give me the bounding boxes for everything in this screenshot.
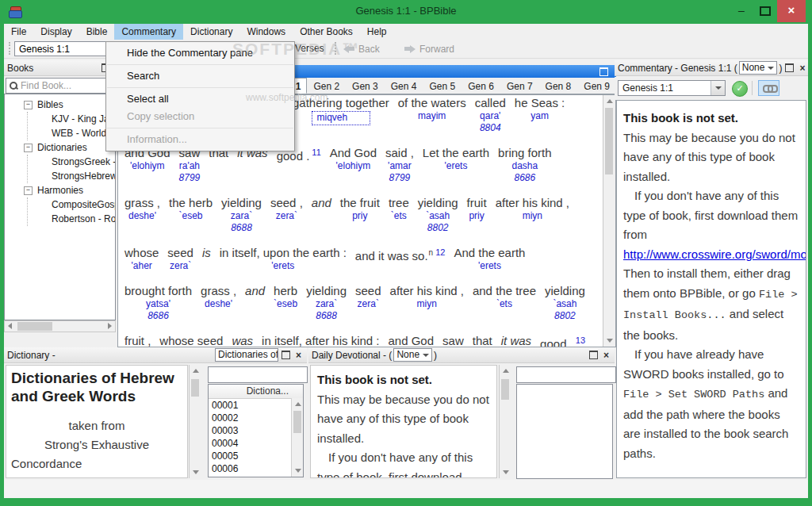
scroll-thumb[interactable] [191, 379, 199, 397]
bible-word-unit[interactable]: and the tree`ets [473, 283, 536, 310]
float-pane-icon[interactable] [282, 351, 290, 359]
bible-word-unit[interactable]: seed ,zera` [270, 195, 303, 222]
scroll-right-icon[interactable] [108, 323, 112, 329]
bible-word-unit[interactable]: yielding`asah8802 [545, 283, 585, 322]
find-book-input[interactable]: Find Book... [6, 78, 114, 94]
bible-word-unit[interactable]: the herb`eseb [169, 195, 213, 222]
tree-item[interactable]: CompositeGospe [28, 197, 115, 212]
strongs-number[interactable]: 8686 [515, 172, 536, 184]
tab-gen-7[interactable]: Gen 7 [500, 78, 539, 94]
menu-commentary[interactable]: Commentary [114, 24, 183, 40]
transliteration[interactable]: priy [352, 210, 367, 222]
bible-word-unit[interactable]: yielding`asah8802 [418, 195, 458, 234]
transliteration[interactable]: mayim [418, 110, 446, 122]
dictionary-entry[interactable]: 00004 [209, 437, 303, 450]
bible-word-unit[interactable]: grass ,deshe' [201, 283, 236, 310]
dictionary-list-header[interactable]: Dictiona... [209, 385, 303, 399]
transliteration[interactable]: miyn [523, 210, 542, 222]
commentary-book-select[interactable]: None [739, 61, 778, 75]
bible-word-unit[interactable]: after his kind ,miyn [496, 195, 569, 222]
bible-word-unit[interactable]: good .13 [540, 333, 585, 347]
bible-word-unit[interactable]: whose'aher [124, 245, 159, 272]
menu-dictionary[interactable]: Dictionary [183, 24, 239, 40]
link-follow-button[interactable] [758, 80, 779, 96]
tab-gen-8[interactable]: Gen 8 [539, 78, 578, 94]
transliteration[interactable]: deshe' [205, 298, 232, 310]
menu-display[interactable]: Display [33, 24, 79, 40]
bible-word-unit[interactable]: fruit , [124, 333, 151, 347]
tree-group-dictionaries[interactable]: −Dictionaries [5, 140, 115, 155]
float-pane-icon[interactable] [589, 351, 598, 359]
bible-word-unit[interactable]: Let the earth'erets [423, 145, 489, 172]
bible-word-unit[interactable]: he Seas :yam [515, 95, 565, 122]
bible-word-unit[interactable]: fruitpriy [467, 195, 487, 222]
bible-word-unit[interactable]: yieldingzara`8688 [306, 283, 347, 322]
transliteration[interactable]: `ets [391, 210, 407, 222]
devotional-book-select[interactable]: None [393, 348, 432, 362]
transliteration[interactable]: zara` [316, 298, 337, 310]
collapse-icon[interactable]: − [24, 101, 33, 109]
transliteration[interactable]: 'erets [478, 260, 501, 272]
books-horizontal-scrollbar[interactable] [4, 320, 116, 332]
bible-word-unit[interactable]: grass ,deshe' [124, 195, 160, 222]
transliteration[interactable]: qara' [480, 110, 500, 122]
bible-word-unit[interactable]: tree`ets [389, 195, 409, 222]
bible-word-unit[interactable]: it was [501, 333, 531, 347]
menu-item-search[interactable]: Search [106, 67, 294, 85]
bible-word-unit[interactable]: whose seed [159, 333, 223, 347]
tab-gen-4[interactable]: Gen 4 [385, 78, 423, 94]
bible-word-unit[interactable]: And the earth'erets [454, 245, 525, 272]
toolbar-grip[interactable] [9, 42, 13, 55]
devotional-vertical-scrollbar[interactable] [499, 365, 511, 478]
menu-bible[interactable]: Bible [79, 24, 115, 40]
bible-word-unit[interactable]: after his kind ,miyn [390, 283, 464, 310]
reference-input[interactable] [14, 41, 117, 56]
bible-word-unit[interactable]: and [245, 283, 265, 298]
dictionary-entry[interactable]: 00003 [209, 424, 303, 437]
close-pane-icon[interactable]: × [296, 350, 301, 361]
transliteration[interactable]: 'elohiym [130, 160, 165, 172]
strongs-number[interactable]: 8804 [480, 122, 501, 134]
transliteration[interactable]: 'erets [271, 260, 294, 272]
strongs-number[interactable]: 8688 [231, 222, 252, 234]
transliteration[interactable]: priy [469, 210, 484, 222]
bible-word-unit[interactable]: bring forthdasha8686 [498, 145, 552, 184]
bible-word-unit[interactable]: yieldingzara`8688 [221, 195, 262, 234]
dictionary-entry[interactable]: 00006 [209, 462, 303, 475]
strongs-number[interactable]: 8802 [427, 222, 449, 234]
transliteration[interactable]: `asah [553, 298, 576, 310]
crosswire-link[interactable]: http://www.crosswire.org/sword/modules/i… [623, 247, 806, 261]
scroll-thumb[interactable] [17, 322, 52, 331]
dictionary-entry[interactable]: 00002 [209, 412, 303, 424]
tree-item[interactable]: Robertson - Robe [28, 212, 115, 226]
dictionary-entry[interactable]: 00005 [209, 450, 303, 462]
bible-word-unit[interactable]: And God'elohiym [330, 145, 377, 172]
scroll-thumb[interactable] [605, 108, 613, 174]
tree-item[interactable]: StrongsGreek - St [28, 155, 115, 169]
transliteration[interactable]: 'erets [444, 160, 467, 172]
transliteration[interactable]: zera` [358, 298, 379, 310]
transliteration[interactable]: `eseb [179, 210, 203, 222]
dictionary-list-scrollbar[interactable] [291, 398, 303, 477]
transliteration[interactable]: miqveh [312, 111, 371, 125]
bible-word-unit[interactable]: calledqara'8804 [475, 95, 506, 134]
tree-group-harmonies[interactable]: −Harmonies [5, 183, 115, 197]
bible-word-unit[interactable]: in itself, after his kind : [262, 333, 379, 347]
transliteration[interactable]: zera` [276, 210, 297, 222]
transliteration[interactable]: zara` [231, 210, 252, 222]
transliteration[interactable]: 'elohiym [336, 160, 371, 172]
scroll-up-icon[interactable] [193, 369, 199, 373]
tab-gen-2[interactable]: Gen 2 [307, 78, 346, 94]
bible-word-unit[interactable]: saw [442, 333, 464, 347]
bible-word-unit[interactable]: in itself, upon the earth :'erets [220, 245, 347, 272]
float-pane-icon[interactable] [785, 63, 794, 72]
transliteration[interactable]: miyn [417, 298, 437, 310]
tab-gen-3[interactable]: Gen 3 [346, 78, 385, 94]
transliteration[interactable]: 'aher [132, 260, 152, 272]
tree-group-bibles[interactable]: −Bibles [5, 98, 115, 112]
bible-word-unit[interactable]: is [202, 245, 211, 260]
bible-word-unit[interactable]: and it was so.n12 [355, 245, 446, 263]
menu-file[interactable]: File [4, 24, 33, 40]
scroll-down-icon[interactable] [193, 470, 199, 474]
dictionary-lookup-input[interactable] [208, 366, 308, 383]
